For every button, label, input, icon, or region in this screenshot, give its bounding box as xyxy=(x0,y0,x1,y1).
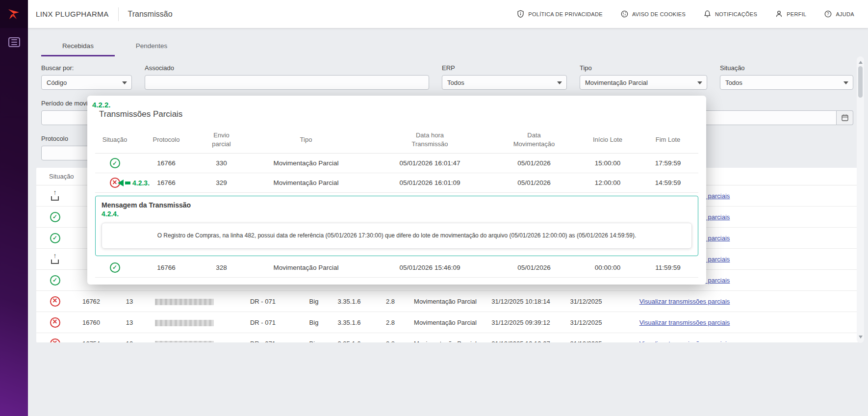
help-button[interactable]: ? AJUDA xyxy=(824,10,854,18)
annotation-4-2-4: 4.2.4. xyxy=(102,210,692,218)
data-mov-cell: 31/12/2025 xyxy=(559,340,613,343)
tab-pendentes[interactable]: Pendentes xyxy=(115,35,188,56)
mh-envio-parcial: Envio parcial xyxy=(209,131,234,148)
modal-table: Situação Protocolo Envio parcial Tipo Da… xyxy=(95,127,698,278)
envio-cell: 13 xyxy=(114,319,145,326)
vertical-scrollbar[interactable] xyxy=(857,56,864,343)
status-icon xyxy=(110,158,120,168)
sidebar-menu-button[interactable] xyxy=(8,37,20,47)
status-icon xyxy=(50,275,60,286)
envio-cell: 329 xyxy=(216,179,227,186)
calendar-icon xyxy=(841,114,849,122)
tipo-cell: Movimentação Parcial xyxy=(408,340,483,343)
profile-button[interactable]: PERFIL xyxy=(775,10,806,18)
tipo-select[interactable]: Movimentação Parcial xyxy=(580,75,707,90)
erp-select[interactable]: Todos xyxy=(442,75,567,90)
scrollbar-thumb[interactable] xyxy=(858,66,863,98)
shield-icon xyxy=(516,10,525,18)
tab-recebidas[interactable]: Recebidas xyxy=(41,35,115,56)
data-hora-cell: 31/12/2025 09:39:12 xyxy=(483,319,559,326)
revisao-cell: 2.8 xyxy=(373,340,408,343)
envio-cell: 328 xyxy=(216,264,227,271)
tipo-cell: Movimentação Parcial xyxy=(274,159,339,167)
svg-text:?: ? xyxy=(827,11,829,16)
situacao-value: Todos xyxy=(725,79,742,86)
inicio-lote-cell: 12:00:00 xyxy=(595,179,621,186)
visualizar-transmissoes-parciais-link[interactable]: Visualizar transmissões parciais xyxy=(639,319,730,326)
tipo-cell: Movimentação Parcial xyxy=(408,319,483,326)
transmission-message-panel: Mensagem da Transmissão 4.2.4. O Registr… xyxy=(95,196,698,256)
cookies-notice-button[interactable]: AVISO DE COOKIES xyxy=(620,10,686,18)
tipo-value: Movimentação Parcial xyxy=(585,79,648,86)
scroll-up-arrow[interactable] xyxy=(859,59,863,64)
calendar-button[interactable] xyxy=(837,110,853,125)
status-icon xyxy=(50,254,60,264)
tipo-cell: Movimentação Parcial xyxy=(274,179,339,186)
status-icon xyxy=(50,191,60,201)
data-hora-cell: 05/01/2026 16:01:09 xyxy=(400,179,460,186)
bell-icon xyxy=(703,10,712,18)
tabs: Recebidas Pendentes xyxy=(41,35,853,56)
privacy-policy-label: POLÍTICA DE PRIVACIDADE xyxy=(528,11,603,17)
message-title: Mensagem da Transmissão xyxy=(102,201,692,209)
data-hora-cell: 05/01/2026 15:46:09 xyxy=(400,264,460,271)
mh-protocolo: Protocolo xyxy=(153,135,180,144)
filters-row-1: Buscar por: Código Associado ERP Todos T… xyxy=(41,64,853,90)
erp-cell: Big xyxy=(302,298,326,305)
help-label: AJUDA xyxy=(836,11,854,17)
annotation-4-2-3: 4.2.3. xyxy=(118,179,150,187)
table-row: 16754 13 DR - 071 Big 3.35.1.6 2.8 Movim… xyxy=(36,333,858,342)
dr-cell: DR - 071 xyxy=(224,298,302,305)
status-icon xyxy=(50,212,60,222)
topbar: LINX PLUGPHARMA Transmissão POLÍTICA DE … xyxy=(28,0,868,28)
visualizar-transmissoes-parciais-link[interactable]: Visualizar transmissões parciais xyxy=(639,340,730,343)
dr-cell: DR - 071 xyxy=(224,340,302,343)
brand-name: LINX PLUGPHARMA xyxy=(36,10,109,18)
page-title: Transmissão xyxy=(128,10,173,19)
profile-label: PERFIL xyxy=(787,11,806,17)
sidebar xyxy=(0,0,28,416)
associado-label: Associado xyxy=(145,64,429,72)
erp-cell: Big xyxy=(302,319,326,326)
notifications-label: NOTIFICAÇÕES xyxy=(715,11,757,17)
mh-fim-lote: Fim Lote xyxy=(656,135,681,144)
status-icon xyxy=(50,338,60,343)
header-situacao: Situação xyxy=(41,173,69,180)
notifications-button[interactable]: NOTIFICAÇÕES xyxy=(703,10,757,18)
search-by-select[interactable]: Código xyxy=(41,75,132,90)
protocolo-cell: 16760 xyxy=(69,319,114,326)
data-mov-cell: 05/01/2026 xyxy=(517,264,551,271)
inicio-lote-cell: 15:00:00 xyxy=(595,159,621,167)
erp-value: Todos xyxy=(447,79,464,86)
modal-table-row: 16766 328 Movimentação Parcial 05/01/202… xyxy=(95,258,698,278)
data-mov-cell: 05/01/2026 xyxy=(517,159,551,167)
fim-lote-cell: 11:59:59 xyxy=(655,264,681,271)
scroll-down-arrow[interactable] xyxy=(859,336,863,340)
mh-data-hora-transmissao: Data hora Transmissão xyxy=(407,131,454,148)
search-by-label: Buscar por: xyxy=(41,64,132,72)
protocolo-cell: 16766 xyxy=(157,264,176,271)
data-hora-cell: 31/12/2025 10:10:07 xyxy=(483,340,559,343)
linx-logo-icon xyxy=(6,6,22,22)
topbar-menu: POLÍTICA DE PRIVACIDADE AVISO DE COOKIES… xyxy=(516,10,868,18)
table-row: 16762 13 DR - 071 Big 3.35.1.6 2.8 Movim… xyxy=(36,291,858,312)
associado-input[interactable] xyxy=(145,75,429,90)
versao-cell: 3.35.1.6 xyxy=(326,340,373,343)
inicio-lote-cell: 00:00:00 xyxy=(595,264,621,271)
cookie-icon xyxy=(620,10,629,18)
search-by-value: Código xyxy=(47,79,67,86)
annotation-arrow-icon xyxy=(118,180,124,186)
mh-inicio-lote: Início Lote xyxy=(593,135,622,144)
situacao-label: Situação xyxy=(720,64,853,72)
mh-data-movimentacao: Data Movimentação xyxy=(511,131,558,148)
data-mov-cell: 05/01/2026 xyxy=(517,179,551,186)
modal-table-row: 4.2.3. 16766 329 Movimentação Parcial 05… xyxy=(95,173,698,193)
protocolo-cell: 16762 xyxy=(69,298,114,305)
privacy-policy-button[interactable]: POLÍTICA DE PRIVACIDADE xyxy=(516,10,603,18)
help-icon: ? xyxy=(824,10,832,18)
situacao-select[interactable]: Todos xyxy=(720,75,853,90)
tipo-cell: Movimentação Parcial xyxy=(408,298,483,305)
erp-cell: Big xyxy=(302,340,326,343)
modal-title: Transmissões Parciais xyxy=(99,109,698,119)
visualizar-transmissoes-parciais-link[interactable]: Visualizar transmissões parciais xyxy=(639,298,730,305)
